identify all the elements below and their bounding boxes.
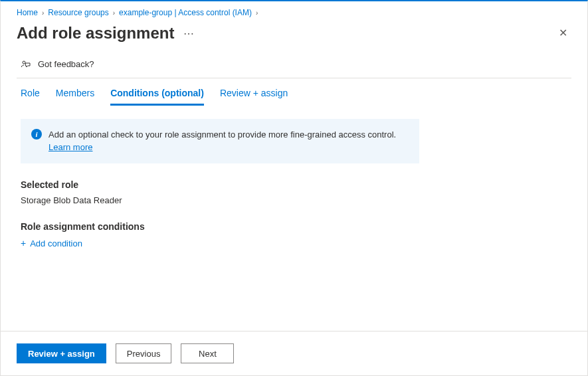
svg-point-0 <box>23 61 25 64</box>
info-banner: i Add an optional check to your role ass… <box>21 119 419 163</box>
tab-members[interactable]: Members <box>56 88 94 106</box>
breadcrumb-home[interactable]: Home <box>17 8 38 17</box>
chevron-right-icon: › <box>256 9 258 17</box>
breadcrumb-resource-groups[interactable]: Resource groups <box>48 8 108 17</box>
tabs: Role Members Conditions (optional) Revie… <box>1 78 587 106</box>
info-text: Add an optional check to your role assig… <box>49 130 396 140</box>
more-icon[interactable]: ⋯ <box>183 27 195 40</box>
content-area: i Add an optional check to your role ass… <box>1 106 587 262</box>
selected-role-label: Selected role <box>21 179 567 190</box>
previous-button[interactable]: Previous <box>116 343 172 363</box>
add-condition-button[interactable]: + Add condition <box>21 238 567 248</box>
add-condition-label: Add condition <box>30 238 82 248</box>
info-icon: i <box>31 129 42 140</box>
review-assign-button[interactable]: Review + assign <box>17 343 106 363</box>
tab-conditions[interactable]: Conditions (optional) <box>110 88 204 106</box>
plus-icon: + <box>21 238 26 248</box>
chevron-right-icon: › <box>42 9 44 17</box>
next-button[interactable]: Next <box>181 343 234 363</box>
feedback-link[interactable]: Got feedback? <box>1 51 587 78</box>
chevron-right-icon: › <box>113 9 115 17</box>
learn-more-link[interactable]: Learn more <box>49 142 92 152</box>
breadcrumb: Home › Resource groups › example-group |… <box>1 1 587 20</box>
tab-review-assign[interactable]: Review + assign <box>220 88 288 106</box>
feedback-label: Got feedback? <box>38 59 94 69</box>
conditions-label: Role assignment conditions <box>21 221 567 232</box>
close-button[interactable]: ✕ <box>555 24 571 43</box>
page-title: Add role assignment <box>17 24 174 43</box>
close-icon: ✕ <box>559 27 567 39</box>
feedback-icon <box>21 59 31 70</box>
footer-actions: Review + assign Previous Next <box>1 331 587 375</box>
breadcrumb-access-control[interactable]: example-group | Access control (IAM) <box>119 8 252 17</box>
page-header: Add role assignment ⋯ ✕ <box>1 20 587 51</box>
tab-role[interactable]: Role <box>21 88 40 106</box>
selected-role-value: Storage Blob Data Reader <box>21 195 567 205</box>
